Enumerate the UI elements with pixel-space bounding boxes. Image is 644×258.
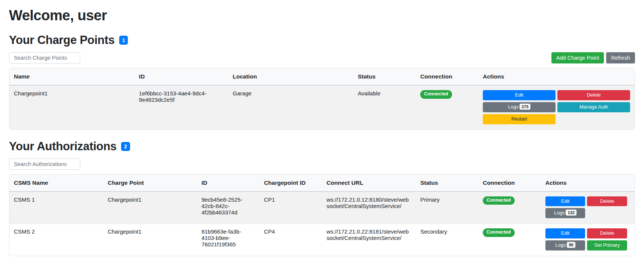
column-header-status: Status (353, 68, 416, 85)
column-header-connect-url: Connect URL (322, 175, 416, 192)
refresh-button[interactable]: Refresh (606, 52, 635, 63)
authorization-row: CSMS 2 Chargepoint1 81b9663e-fa3b-4103-b… (9, 224, 635, 256)
charge-points-table: Name ID Location Status Connection Actio… (9, 68, 635, 130)
authorization-actions: Edit Delete Logs90 Set Primary (545, 228, 627, 250)
logs-button[interactable]: Logs90 (545, 240, 586, 250)
charge-point-status: Available (353, 85, 416, 130)
column-header-status: Status (416, 175, 478, 192)
search-charge-points-input[interactable] (9, 52, 80, 63)
connection-status-badge: Connected (483, 196, 515, 205)
authorizations-table: CSMS Name Charge Point ID Chargepoint ID… (9, 175, 635, 256)
authorizations-section: Your Authorizations 2 CSMS Name Charge P… (9, 140, 635, 256)
auth-charge-point: Chargepoint1 (103, 192, 197, 224)
authorizations-toolbar (9, 158, 635, 170)
column-header-connection: Connection (478, 175, 541, 192)
connection-status-badge: Connected (420, 90, 452, 99)
column-header-id: ID (135, 68, 228, 85)
logs-button-label: Logs (508, 104, 518, 110)
column-header-actions: Actions (478, 68, 635, 85)
charge-points-section: Your Charge Points 1 Add Charge Point Re… (9, 33, 635, 130)
page-title: Welcome, user (9, 8, 635, 24)
edit-button[interactable]: Edit (545, 196, 586, 207)
charge-point-location: Garage (228, 85, 353, 130)
column-header-csms-name: CSMS Name (9, 175, 103, 192)
charge-points-table-card: Name ID Location Status Connection Actio… (9, 68, 635, 130)
charge-points-toolbar: Add Charge Point Refresh (9, 52, 635, 63)
column-header-location: Location (228, 68, 353, 85)
auth-chargepoint-id: CP4 (259, 224, 322, 256)
authorizations-heading: Your Authorizations 2 (9, 140, 635, 153)
manage-auth-button[interactable]: Manage Auth (557, 102, 630, 112)
charge-points-header-row: Name ID Location Status Connection Actio… (9, 68, 635, 85)
edit-button[interactable]: Edit (483, 90, 556, 100)
charge-points-heading-label: Your Charge Points (9, 33, 115, 47)
connection-status-badge: Connected (483, 228, 515, 237)
csms-name: CSMS 2 (9, 224, 103, 256)
delete-button[interactable]: Delete (587, 196, 627, 207)
auth-connect-url: ws://172.21.0.12:8180/steve/websocket/Ce… (322, 192, 416, 224)
column-header-charge-point: Charge Point (103, 175, 197, 192)
authorizations-count-badge: 2 (121, 142, 130, 151)
authorization-row: CSMS 1 Chargepoint1 9ecb45e8-2525-42cb-8… (9, 192, 635, 224)
search-authorizations-input[interactable] (9, 158, 80, 170)
logs-count-badge: 275 (520, 104, 530, 110)
restart-button[interactable]: Restart (483, 114, 556, 124)
column-header-connection: Connection (416, 68, 478, 85)
authorizations-header-row: CSMS Name Charge Point ID Chargepoint ID… (9, 175, 635, 192)
logs-count-badge: 132 (566, 210, 576, 216)
charge-points-toolbar-buttons: Add Charge Point Refresh (551, 52, 635, 63)
delete-button[interactable]: Delete (587, 228, 627, 238)
authorization-actions: Edit Delete Logs132 (545, 196, 627, 219)
logs-count-badge: 90 (567, 242, 575, 248)
auth-status: Primary (416, 192, 478, 224)
logs-button[interactable]: Logs132 (545, 208, 586, 218)
auth-status: Secondary (416, 224, 478, 256)
add-charge-point-button[interactable]: Add Charge Point (551, 52, 604, 63)
charge-point-actions: Edit Delete Logs275 Manage Auth Restart (483, 90, 630, 124)
logs-button[interactable]: Logs275 (483, 102, 556, 112)
logs-button-label: Logs (555, 242, 566, 248)
column-header-chargepoint-id: Chargepoint ID (259, 175, 322, 192)
set-primary-button[interactable]: Set Primary (587, 240, 627, 250)
column-header-actions: Actions (541, 175, 635, 192)
auth-chargepoint-id: CP1 (259, 192, 322, 224)
auth-connect-url: ws://172.21.0.22:8181/steve/websocket/Ce… (322, 224, 416, 256)
column-header-id: ID (197, 175, 259, 192)
charge-point-row: Chargepoint1 1ef6bbcc-3153-4ae4-9dc4-9e4… (9, 85, 635, 130)
charge-point-id: 1ef6bbcc-3153-4ae4-9dc4-9e4823dc2e5f (135, 85, 228, 130)
authorizations-table-card: CSMS Name Charge Point ID Chargepoint ID… (9, 174, 635, 256)
csms-name: CSMS 1 (9, 192, 103, 224)
column-header-name: Name (9, 68, 135, 85)
edit-button[interactable]: Edit (545, 228, 586, 238)
auth-id: 81b9663e-fa3b-4103-b9ee-76021f19f365 (197, 224, 259, 256)
charge-points-count-badge: 1 (119, 36, 128, 45)
delete-button[interactable]: Delete (557, 90, 630, 100)
authorizations-heading-label: Your Authorizations (9, 140, 117, 153)
auth-id: 9ecb45e8-2525-42cb-842c-4f2bb463374d (197, 192, 259, 224)
charge-point-name: Chargepoint1 (9, 85, 135, 130)
logs-button-label: Logs (554, 210, 565, 216)
auth-charge-point: Chargepoint1 (103, 224, 197, 256)
charge-points-heading: Your Charge Points 1 (9, 33, 635, 47)
